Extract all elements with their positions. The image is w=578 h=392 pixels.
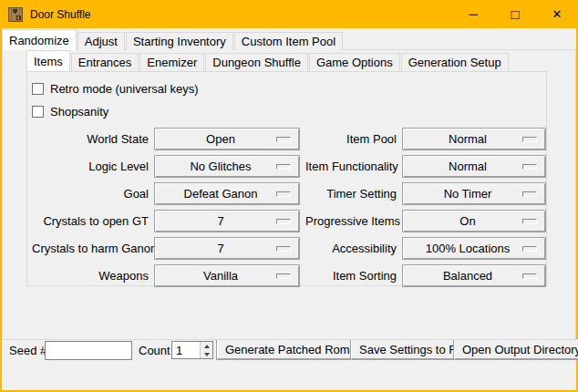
dropdown-indicator-icon	[276, 137, 291, 142]
item-functionality-dropdown[interactable]: Normal	[402, 155, 546, 178]
tab-adjust[interactable]: Adjust	[77, 32, 125, 50]
dropdown-indicator-icon	[276, 273, 291, 279]
count-spin-down-icon[interactable]	[201, 350, 212, 358]
dropdown-indicator-icon	[522, 273, 537, 279]
world-state-dropdown[interactable]: Open	[154, 128, 300, 150]
tab-custom-item-pool[interactable]: Custom Item Pool	[234, 32, 343, 50]
seed-input[interactable]	[45, 341, 132, 360]
open-output-directory-button[interactable]: Open Output Directory	[453, 338, 578, 360]
dropdown-indicator-icon	[276, 246, 291, 252]
dropdown-indicator-icon	[522, 246, 537, 252]
randomize-pane: Items Entrances Enemizer Dungeon Shuffle…	[2, 49, 576, 340]
sub-tab-bar: Items Entrances Enemizer Dungeon Shuffle…	[26, 51, 510, 71]
item-sorting-label: Item Sorting	[305, 269, 397, 283]
retro-mode-checkbox-row[interactable]: Retro mode (universal keys)	[32, 77, 546, 100]
tab-dungeon-shuffle[interactable]: Dungeon Shuffle	[205, 53, 308, 71]
maximize-icon[interactable]: □	[494, 0, 536, 28]
tab-game-options[interactable]: Game Options	[309, 53, 400, 71]
dropdown-indicator-icon	[522, 219, 537, 224]
progressive-items-dropdown[interactable]: On	[402, 210, 546, 232]
door-icon	[8, 7, 23, 22]
accessibility-label: Accessibility	[305, 242, 397, 255]
window-title: Door Shuffle	[30, 8, 91, 21]
progressive-items-label: Progressive Items	[305, 214, 397, 228]
shopsanity-label: Shopsanity	[50, 105, 108, 119]
logic-level-dropdown[interactable]: No Glitches	[154, 155, 300, 178]
titlebar: Door Shuffle ─ □ ✕	[0, 0, 578, 28]
count-label: Count	[139, 344, 170, 357]
seed-label: Seed #	[9, 344, 46, 357]
crystals-open-gt-label: Crystals to open GT	[32, 214, 149, 228]
accessibility-dropdown[interactable]: 100% Locations	[402, 237, 546, 260]
crystals-harm-ganon-dropdown[interactable]: 7	[154, 237, 300, 260]
settings-grid: World State Open Item Pool Normal Logic …	[32, 125, 546, 289]
generate-patched-rom-button[interactable]: Generate Patched Rom	[216, 338, 359, 360]
close-icon[interactable]: ✕	[536, 0, 578, 28]
item-pool-label: Item Pool	[305, 132, 397, 146]
items-pane: Retro mode (universal keys) Shopsanity W…	[26, 71, 547, 286]
count-spin-up-icon[interactable]	[201, 342, 212, 350]
dropdown-indicator-icon	[276, 164, 291, 170]
timer-setting-label: Timer Setting	[305, 187, 397, 201]
dropdown-indicator-icon	[522, 164, 537, 170]
tab-starting-inventory[interactable]: Starting Inventory	[126, 32, 233, 50]
dropdown-indicator-icon	[276, 219, 291, 224]
timer-setting-dropdown[interactable]: No Timer	[402, 182, 546, 205]
tab-items[interactable]: Items	[26, 50, 70, 71]
tab-randomize[interactable]: Randomize	[2, 29, 77, 50]
goal-dropdown[interactable]: Defeat Ganon	[154, 182, 300, 205]
caption-buttons: ─ □ ✕	[452, 0, 578, 28]
tab-entrances[interactable]: Entrances	[71, 53, 139, 71]
door-shuffle-window: Door Shuffle ─ □ ✕ Randomize Adjust Star…	[0, 0, 578, 392]
main-tab-bar: Randomize Adjust Starting Inventory Cust…	[2, 29, 344, 50]
tab-generation-setup[interactable]: Generation Setup	[401, 53, 509, 71]
item-sorting-dropdown[interactable]: Balanced	[402, 264, 546, 287]
tab-enemizer[interactable]: Enemizer	[139, 53, 204, 71]
item-pool-dropdown[interactable]: Normal	[402, 128, 546, 150]
dropdown-indicator-icon	[522, 137, 537, 142]
crystals-harm-ganon-label: Crystals to harm Ganon	[32, 242, 149, 255]
retro-mode-label: Retro mode (universal keys)	[50, 82, 199, 96]
logic-level-label: Logic Level	[32, 160, 149, 173]
minimize-icon[interactable]: ─	[452, 0, 494, 28]
crystals-open-gt-dropdown[interactable]: 7	[154, 210, 300, 232]
dropdown-indicator-icon	[276, 191, 291, 197]
goal-label: Goal	[32, 187, 149, 201]
item-functionality-label: Item Functionality	[305, 160, 397, 173]
weapons-dropdown[interactable]: Vanilla	[154, 264, 300, 287]
shopsanity-checkbox-row[interactable]: Shopsanity	[32, 100, 546, 123]
retro-mode-checkbox[interactable]	[32, 83, 44, 95]
world-state-label: World State	[32, 132, 149, 146]
shopsanity-checkbox[interactable]	[32, 106, 44, 118]
count-spinner[interactable]: 1	[171, 341, 213, 359]
dropdown-indicator-icon	[522, 191, 537, 197]
weapons-label: Weapons	[32, 269, 149, 283]
